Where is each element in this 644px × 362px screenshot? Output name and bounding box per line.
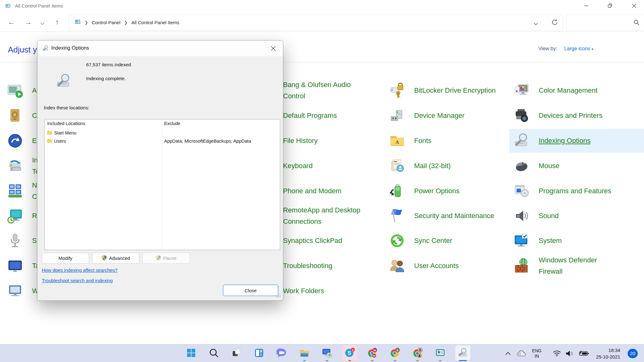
window-title: All Control Panel Items [15,3,63,8]
panel-item-default-programs[interactable]: Default Programs [283,104,337,128]
resize-grip[interactable] [276,293,281,299]
panel-item-keyboard[interactable]: Keyboard [283,154,313,178]
close-button[interactable]: Close [223,285,278,296]
panel-item-sync-center[interactable]: Sync Center [389,229,452,253]
onedrive-cloud-icon[interactable] [515,344,528,362]
taskbar-search-icon [208,348,219,358]
troubleshoot-link[interactable]: Troubleshoot search and indexing [42,278,113,283]
view-by-caret-icon[interactable]: ▾ [591,47,593,51]
panel-item-label: Default Programs [283,110,337,121]
panel-item-system[interactable]: System [514,229,562,253]
recent-locations-chevron-icon[interactable] [40,21,45,26]
column-header-exclude[interactable]: Exclude [164,121,180,126]
panel-item-cr[interactable]: Cr [7,104,39,128]
battery-charging-icon[interactable] [577,344,591,362]
panel-item-color-management[interactable]: Color Management [514,79,597,102]
panel-item-au[interactable]: Au [7,79,41,102]
panel-item-power-options[interactable]: Power Options [389,179,459,203]
panel-item-devices-and-printers[interactable]: Devices and Printers [514,104,602,128]
panel-item-sound[interactable]: Sound [514,204,559,228]
indexed-locations-list[interactable]: Included Locations Exclude Start Menu Us… [44,119,280,250]
panel-item-re[interactable]: Re [7,204,41,228]
list-item[interactable]: Start Menu [47,129,76,137]
clock[interactable]: 18:3425-10-2021 [594,344,623,362]
up-button[interactable]: ↑ [55,13,59,31]
panel-item-mail-32-bit[interactable]: Mail (32-bit) [389,154,451,178]
panel-item-label: Power Options [414,185,459,197]
panel-item-n-ce[interactable]: NCe [7,179,41,203]
panel-item-in-te[interactable]: InTe [7,154,39,178]
panel-item-device-manager[interactable]: Device Manager [389,104,464,128]
restore-button[interactable] [601,0,619,11]
minimize-button[interactable] [577,0,596,11]
panel-item-user-accounts[interactable]: User Accounts [389,254,459,278]
modify-button[interactable]: Modify [42,253,89,264]
widgets-button[interactable] [252,345,267,360]
sync-center-icon [389,233,405,249]
panel-item-ea[interactable]: Ea [7,129,41,153]
breadcrumb-all-control-panel-items[interactable]: All Control Panel Items [131,20,180,25]
volume-icon[interactable] [564,344,576,362]
panel-item-synaptics-clickpad[interactable]: Synaptics ClickPad [283,229,342,253]
address-dropdown-chevron-icon[interactable] [534,21,538,27]
panel-item-label: Programs and Features [539,185,611,197]
panel-item-work-folders[interactable]: Work Folders [283,279,324,303]
panel-item-bang-olufsen-audio-control[interactable]: Bang & Olufsen AudioControl [283,79,351,102]
remote-desktop-button[interactable] [319,345,335,360]
wifi-icon[interactable] [551,344,563,362]
start-button[interactable] [184,345,199,360]
chrome-profiles-button[interactable] [410,345,425,360]
chrome-a-button[interactable]: A [387,345,402,360]
teams-chat-button[interactable] [274,345,289,360]
address-bar[interactable]: ❯ Control Panel ❯ All Control Panel Item… [69,14,563,30]
svg-text:A: A [397,349,399,352]
panel-item-w[interactable]: W [7,279,39,303]
view-by-value[interactable]: Large icons [564,46,590,51]
back-button[interactable]: ← [8,13,15,31]
breadcrumb-control-panel[interactable]: Control Panel [92,20,120,25]
panel-item-windows-defender-firewall[interactable]: Windows DefenderFirewall [514,254,597,278]
refresh-icon[interactable] [551,19,558,27]
panel-item-ta[interactable]: Ta [7,254,39,278]
view-by-label: View by: [538,46,557,51]
panel-item-bitlocker-drive-encryption[interactable]: BitLocker Drive Encryption [389,79,496,102]
panel-item-security-and-maintenance[interactable]: Security and Maintenance [389,204,494,228]
control-panel-button[interactable] [433,345,448,360]
dialog-close-icon[interactable] [266,43,280,53]
panel-item-phone-and-modem[interactable]: Phone and Modem [283,179,341,203]
panel-item-sp[interactable]: Sp [7,229,41,253]
pause-label: Pause [163,255,177,261]
panel-item-label: File History [283,135,318,146]
panel-item-indexing-options[interactable]: Indexing Options [514,129,591,153]
notification-badge[interactable]: 20 [626,344,640,362]
file-explorer-button[interactable] [297,345,312,360]
search-button[interactable] [206,345,221,360]
indexing-small-icon [458,348,468,358]
panel-item-remoteapp-and-desktop-connections[interactable]: RemoteApp and DesktopConnections [283,204,360,228]
panel-item-programs-and-features[interactable]: Programs and Features [514,179,611,203]
panel-item-troubleshooting[interactable]: Troubleshooting [283,254,332,278]
list-column-divider [162,119,162,249]
chrome-w-button[interactable]: WW [365,345,380,360]
task-view-button[interactable] [229,345,244,360]
panel-item-file-history[interactable]: File History [283,129,318,153]
forward-button[interactable]: → [25,13,32,31]
remote-desktop-icon [322,348,332,358]
advanced-button[interactable]: Advanced [92,253,139,264]
language-indicator[interactable]: ENGIN [530,344,544,362]
tray-expand-chevron-icon[interactable] [503,344,513,362]
start-icon [186,348,197,358]
panel-item-fonts[interactable]: AFonts [389,129,431,153]
skype-button[interactable]: S1 [342,345,357,360]
windows-mobility-icon [7,283,23,299]
indexing-options-button[interactable] [455,345,470,360]
window-titlebar: All Control Panel Items [0,0,644,13]
search-input[interactable] [566,14,644,30]
column-header-included-locations[interactable]: Included Locations [47,121,85,126]
location-name: Users [54,139,66,144]
panel-item-mouse[interactable]: Mouse [514,154,559,178]
close-window-button[interactable] [625,0,643,11]
indexing-help-link[interactable]: How does indexing affect searches? [42,267,118,273]
list-item[interactable]: Users [47,137,66,145]
pause-button: Pause [142,253,190,264]
